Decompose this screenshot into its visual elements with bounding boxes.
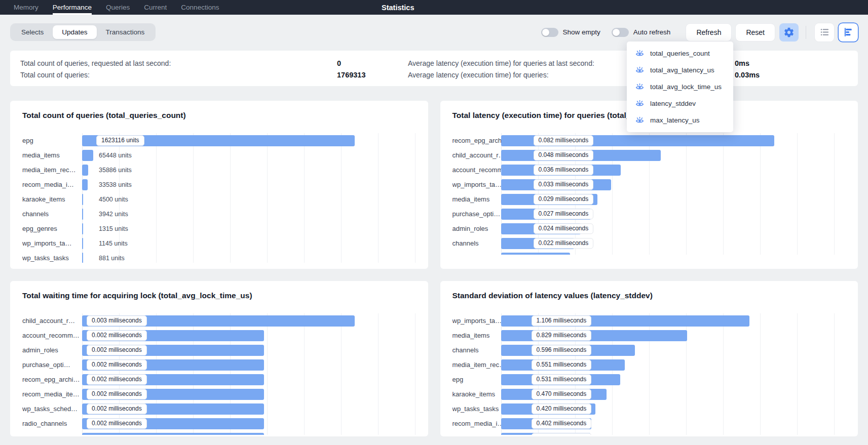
category-label: child_account_r… bbox=[22, 317, 82, 325]
value-label: 0.022 milliseconds bbox=[534, 238, 594, 249]
bar-track: 1145 units bbox=[82, 238, 416, 249]
list-view-button[interactable] bbox=[815, 23, 834, 42]
value-label: 1.106 milliseconds bbox=[532, 315, 592, 326]
summary-left-column: Total count of queries, requested at las… bbox=[20, 57, 408, 81]
metric-option-label: total_avg_lock_time_us bbox=[650, 83, 722, 91]
chart-row: child_account_r…0.003 milliseconds bbox=[22, 313, 416, 328]
category-label: karaoke_items bbox=[452, 390, 501, 398]
charts-grid: Total count of queries (total_queries_co… bbox=[10, 101, 858, 436]
category-label: media_items bbox=[22, 151, 82, 159]
bar-chart-view-button[interactable] bbox=[839, 23, 858, 42]
summary-row: Total count of queries, requested at las… bbox=[20, 58, 408, 69]
chart-rows: wp_imports_ta…1.106 millisecondsmedia_it… bbox=[452, 313, 846, 435]
chart-row: account_recomm…0.002 milliseconds bbox=[22, 328, 416, 343]
chart-plot: wp_imports_ta…1.106 millisecondsmedia_it… bbox=[452, 313, 846, 435]
value-label: 1145 units bbox=[99, 240, 128, 247]
chart-row: channels0.596 milliseconds bbox=[452, 343, 846, 357]
eye-icon bbox=[635, 83, 644, 91]
bar-track: 0.002 milliseconds bbox=[82, 403, 416, 415]
metric-option-total-avg-lock-time-us[interactable]: total_avg_lock_time_us bbox=[627, 78, 733, 95]
chart-row-clipped bbox=[22, 431, 416, 435]
bar-track bbox=[82, 433, 416, 435]
chart-row-clipped bbox=[452, 251, 846, 255]
value-label: 881 units bbox=[99, 255, 125, 262]
nav-items: MemoryPerformanceQueriesCurrentConnectio… bbox=[14, 0, 233, 15]
auto-refresh-toggle[interactable] bbox=[612, 28, 629, 37]
value-label: 1315 units bbox=[99, 225, 128, 232]
bar-track: 0.420 milliseconds bbox=[501, 403, 846, 415]
bar-track: 65448 units bbox=[82, 150, 416, 161]
metric-option-total-queries-count[interactable]: total_queries_count bbox=[627, 45, 733, 62]
category-label: wp_imports_ta… bbox=[452, 181, 501, 188]
value-label: 0.420 milliseconds bbox=[532, 403, 592, 414]
summary-label: Total count of queries, requested at las… bbox=[20, 59, 337, 67]
chart-rows: recom_epg_archi…0.082 millisecondschild_… bbox=[452, 133, 846, 255]
bar-track: 0.024 milliseconds bbox=[501, 223, 846, 234]
query-type-tabs: SelectsUpdatesTransactions bbox=[10, 23, 156, 41]
gear-icon bbox=[783, 27, 795, 38]
category-label: admin_roles bbox=[22, 346, 82, 354]
bar-track: 0.027 milliseconds bbox=[501, 209, 846, 220]
settings-button[interactable] bbox=[779, 23, 799, 42]
nav-item-memory[interactable]: Memory bbox=[14, 0, 39, 15]
nav-item-current[interactable]: Current bbox=[144, 0, 167, 15]
chart-row: wp_tasks_sched…0.002 milliseconds bbox=[22, 401, 416, 416]
bar-track: 0.402 milliseconds bbox=[501, 418, 846, 429]
metric-option-max-latency-us[interactable]: max_latency_us bbox=[627, 112, 733, 129]
value-label: 0.003 milliseconds bbox=[87, 315, 147, 326]
bar bbox=[82, 165, 88, 176]
chart-row: wp_imports_ta…1145 units bbox=[22, 236, 416, 251]
bar-track: 0.551 milliseconds bbox=[501, 359, 846, 371]
value-label: 4500 units bbox=[99, 196, 128, 203]
bar-track bbox=[501, 253, 846, 255]
value-label: 0.002 milliseconds bbox=[87, 418, 147, 429]
value-label: 0.082 milliseconds bbox=[534, 135, 594, 146]
bar-track: 1623116 units bbox=[82, 135, 416, 146]
value-label: 0.002 milliseconds bbox=[87, 374, 147, 385]
bar-track: 0.022 milliseconds bbox=[501, 238, 846, 249]
nav-item-performance[interactable]: Performance bbox=[53, 0, 92, 15]
value-label: 0.397 milliseconds bbox=[532, 433, 592, 435]
chart-row: wp_tasks_tasks0.420 milliseconds bbox=[452, 401, 846, 416]
tab-selects[interactable]: Selects bbox=[12, 25, 53, 39]
chart-row: media_items0.029 milliseconds bbox=[452, 192, 846, 207]
chart-row: recom_epg_archi…0.002 milliseconds bbox=[22, 372, 416, 387]
metric-option-total-avg-latency-us[interactable]: total_avg_latency_us bbox=[627, 62, 733, 78]
chart-row: karaoke_items4500 units bbox=[22, 192, 416, 207]
chart-row: account_recomm…0.036 milliseconds bbox=[452, 163, 846, 177]
chart-title: Total waiting time for acquiring lock (t… bbox=[22, 291, 416, 300]
value-label: 0.470 milliseconds bbox=[532, 389, 592, 399]
category-label: account_recomm… bbox=[22, 332, 82, 339]
reset-button[interactable]: Reset bbox=[736, 24, 775, 41]
bar-track: 881 units bbox=[82, 253, 416, 263]
category-label: epg bbox=[452, 376, 501, 383]
bar-track: 0.829 milliseconds bbox=[501, 330, 846, 341]
bar-track: 3942 units bbox=[82, 209, 416, 220]
tab-transactions[interactable]: Transactions bbox=[97, 25, 154, 39]
category-label: epg bbox=[22, 137, 82, 144]
value-label: 1623116 units bbox=[96, 135, 144, 146]
chart-row: admin_roles0.024 milliseconds bbox=[452, 221, 846, 236]
bar-track: 0.002 milliseconds bbox=[82, 359, 416, 371]
metric-option-latency-stddev[interactable]: latency_stddev bbox=[627, 95, 733, 112]
bar-track: 0.002 milliseconds bbox=[82, 330, 416, 341]
eye-icon bbox=[635, 99, 644, 108]
category-label: purchase_opti… bbox=[22, 361, 82, 369]
category-label: karaoke_items bbox=[22, 195, 82, 203]
metric-option-label: max_latency_us bbox=[650, 116, 700, 124]
nav-item-connections[interactable]: Connections bbox=[181, 0, 219, 15]
chart-row: wp_imports_ta…1.106 milliseconds bbox=[452, 313, 846, 328]
value-label: 0.027 milliseconds bbox=[534, 209, 594, 219]
tab-updates[interactable]: Updates bbox=[53, 25, 96, 39]
category-label: wp_imports_ta… bbox=[22, 239, 82, 247]
chart-total-queries-count: Total count of queries (total_queries_co… bbox=[10, 101, 428, 269]
category-label: radio_channels bbox=[22, 420, 82, 427]
chart-plot: recom_epg_archi…0.082 millisecondschild_… bbox=[452, 133, 846, 255]
chart-rows: epg1623116 unitsmedia_items65448 unitsme… bbox=[22, 133, 416, 263]
value-label: 0.829 milliseconds bbox=[532, 330, 592, 341]
show-empty-toggle[interactable] bbox=[541, 28, 558, 37]
nav-item-queries[interactable]: Queries bbox=[106, 0, 130, 15]
refresh-button[interactable]: Refresh bbox=[686, 24, 731, 41]
chart-row: media_items65448 units bbox=[22, 148, 416, 163]
summary-row: Total count of queries:1769313 bbox=[20, 69, 408, 80]
